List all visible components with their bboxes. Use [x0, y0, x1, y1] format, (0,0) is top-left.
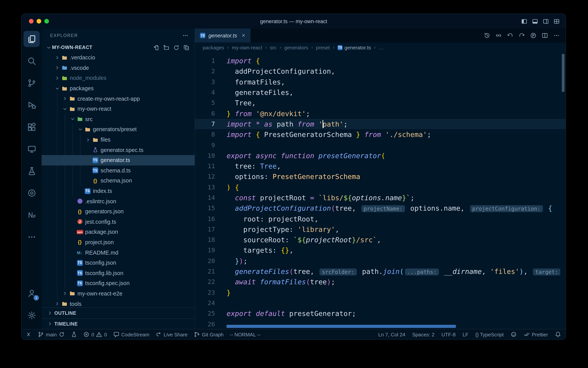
status-git-graph[interactable]: Git Graph: [194, 331, 224, 338]
timeline-panel-header[interactable]: TIMELINE: [42, 318, 195, 329]
activity-run-and-debug[interactable]: [24, 97, 40, 113]
activity-gitlens[interactable]: [24, 185, 40, 201]
close-tab-icon[interactable]: ×: [242, 32, 245, 39]
status-text: CodeStream: [121, 331, 149, 337]
tree-item-vscode[interactable]: .vscode: [42, 63, 195, 73]
breadcrumb-item-my-own-react[interactable]: my-own-react: [232, 45, 262, 50]
tree-item-packages[interactable]: packages: [42, 83, 195, 93]
sidebar-more-actions-icon[interactable]: [182, 32, 188, 38]
zoom-window-button[interactable]: [44, 19, 49, 24]
tree-item-my-own-react-e2e[interactable]: my-own-react-e2e: [42, 288, 195, 299]
status-notifications[interactable]: [555, 331, 561, 338]
status-eol[interactable]: LF: [463, 331, 468, 337]
ts-icon: TS: [84, 188, 91, 194]
breadcrumb-item-preset[interactable]: preset: [316, 45, 330, 50]
tab-generator-ts[interactable]: TS generator.ts ×: [195, 28, 250, 42]
tree-item-node-modules[interactable]: node_modules: [42, 73, 195, 83]
tree-item-schema-d-ts[interactable]: TS schema.d.ts: [42, 165, 195, 175]
navigate-back-icon[interactable]: [507, 32, 513, 38]
new-file-icon[interactable]: [153, 45, 159, 50]
refresh-explorer-icon[interactable]: [173, 45, 179, 50]
status-test-status[interactable]: [71, 331, 77, 338]
breadcrumb-file[interactable]: TSgenerator.ts: [338, 45, 371, 50]
breadcrumb-item-generators[interactable]: generators: [284, 45, 308, 50]
activity-testing[interactable]: [24, 163, 40, 179]
close-window-button[interactable]: [29, 19, 34, 24]
activity-nx-console[interactable]: [24, 207, 40, 223]
tree-item-label: index.ts: [93, 188, 112, 194]
status-encoding[interactable]: UTF-8: [441, 331, 456, 337]
activity-explorer[interactable]: [24, 31, 40, 47]
run-code-icon[interactable]: [530, 32, 536, 38]
tree-item-my-own-react[interactable]: my-own-react: [42, 104, 195, 114]
breadcrumb-item-src[interactable]: src: [270, 45, 277, 50]
horizontal-scrollbar[interactable]: [227, 325, 456, 328]
tree-item-files[interactable]: files: [42, 135, 195, 145]
status-cursor-position[interactable]: Ln 7, Col 24: [378, 331, 405, 337]
tree-item-generators-json[interactable]: {} generators.json: [42, 206, 195, 217]
tree-item-generators-preset[interactable]: generators/preset: [42, 124, 195, 134]
activity-search[interactable]: [24, 53, 40, 69]
inlay-hint: srcFolder:: [320, 268, 357, 276]
vertical-scrollbar[interactable]: [562, 54, 564, 92]
status-language-mode[interactable]: {} TypeScript: [475, 331, 504, 337]
activity-settings[interactable]: [24, 307, 40, 323]
local-history-icon[interactable]: [484, 32, 490, 38]
tree-item-schema-json[interactable]: {} schema.json: [42, 175, 195, 186]
code-line-18: 18 sourceRoot: `${projectRoot}/src`,: [195, 235, 566, 245]
customize-layout-icon[interactable]: [554, 18, 560, 24]
tree-item-readme-md[interactable]: M↓ README.md: [42, 248, 195, 258]
ts-icon: TS: [91, 168, 99, 173]
breadcrumb-item-packages[interactable]: packages: [203, 45, 224, 50]
tree-item-tsconfig-lib-json[interactable]: TS tsconfig.lib.json: [42, 268, 195, 278]
activity-source-control[interactable]: [24, 75, 40, 91]
split-editor-icon[interactable]: [542, 32, 548, 38]
code-editor[interactable]: 1import { 2 addProjectConfiguration, 3 f…: [195, 53, 566, 329]
tree-item-create-my-own-react-app[interactable]: create-my-own-react-app: [42, 93, 195, 104]
activity-accounts[interactable]: 1: [24, 285, 40, 301]
toggle-primary-sidebar-icon[interactable]: [521, 18, 527, 24]
file-tree: .verdaccio .vscode node_modules packages…: [42, 53, 195, 307]
outline-panel-header[interactable]: OUTLINE: [42, 307, 195, 318]
code-line-3: 3 formatFiles,: [195, 77, 566, 87]
new-folder-icon[interactable]: [163, 45, 169, 50]
status-problems[interactable]: 00: [83, 331, 107, 338]
status-live-share[interactable]: Live Share: [156, 331, 187, 338]
tree-item-jest-config-ts[interactable]: J jest.config.ts: [42, 217, 195, 227]
tree-item-package-json[interactable]: npm package.json: [42, 227, 195, 237]
status-prettier[interactable]: Prettier: [524, 331, 548, 338]
navigate-forward-icon[interactable]: [519, 32, 525, 38]
tree-item-verdaccio[interactable]: .verdaccio: [42, 53, 195, 63]
explorer-section-header[interactable]: MY-OWN-REACT: [42, 42, 195, 53]
status-feedback[interactable]: [510, 331, 517, 338]
minimize-window-button[interactable]: [37, 19, 41, 24]
md-icon: M↓: [76, 250, 84, 255]
tree-item-eslintrc-json[interactable]: .eslintrc.json: [42, 196, 195, 206]
tree-item-label: node_modules: [70, 75, 106, 81]
collapse-folders-icon[interactable]: [184, 45, 189, 50]
status-remote-indicator[interactable]: [26, 331, 32, 338]
status-git-branch[interactable]: main: [38, 331, 65, 338]
window-title: generator.ts — my-own-react: [22, 18, 566, 24]
tree-item-tsconfig-spec-json[interactable]: TS tsconfig.spec.json: [42, 278, 195, 288]
tree-item-generator-spec-ts[interactable]: generator.spec.ts: [42, 145, 195, 155]
status-indentation[interactable]: Spaces: 2: [412, 331, 435, 337]
status-vim-mode[interactable]: -- NORMAL --: [230, 331, 260, 337]
line-number: 21: [195, 268, 220, 275]
activity-additional-views[interactable]: [24, 229, 40, 245]
tree-item-src[interactable]: src: [42, 114, 195, 124]
activity-extensions[interactable]: [24, 119, 40, 135]
tree-item-project-json[interactable]: {} project.json: [42, 237, 195, 247]
sync-icon: [59, 331, 65, 338]
tree-item-tsconfig-json[interactable]: TS tsconfig.json: [42, 258, 195, 268]
toggle-panel-icon[interactable]: [532, 18, 538, 24]
status-codestream[interactable]: CodeStream: [113, 331, 149, 338]
breadcrumb-more[interactable]: …: [378, 45, 384, 50]
activity-remote-explorer[interactable]: [24, 141, 40, 157]
tree-item-tools[interactable]: tools: [42, 299, 195, 308]
more-editor-actions-icon[interactable]: [553, 32, 560, 38]
tree-item-generator-ts[interactable]: TS generator.ts: [42, 155, 195, 165]
tree-item-index-ts[interactable]: TS index.ts: [42, 186, 195, 196]
open-changes-icon[interactable]: [496, 32, 502, 38]
toggle-secondary-sidebar-icon[interactable]: [543, 18, 549, 24]
